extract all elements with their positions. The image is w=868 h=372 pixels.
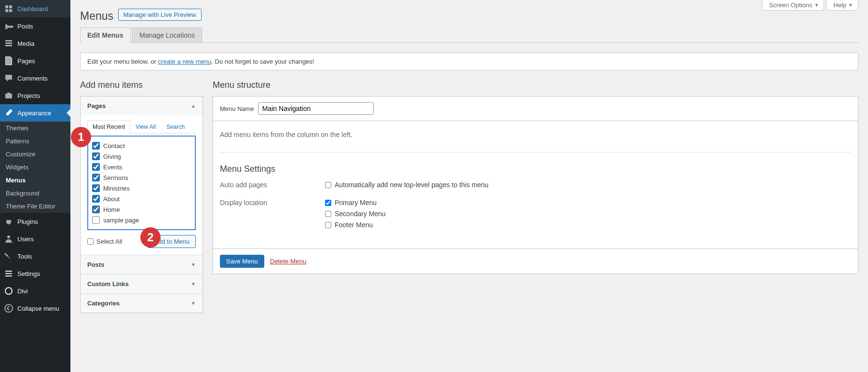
media-icon	[4, 39, 14, 48]
main-content: Screen Options▼ Help▼ Menus Manage with …	[70, 0, 868, 372]
plug-icon	[4, 217, 14, 226]
triangle-down-icon: ▼	[191, 262, 196, 267]
admin-sidebar: DashboardPostsMediaPagesCommentsProjects…	[0, 0, 70, 372]
sidebar-item-divi[interactable]: Divi	[0, 282, 70, 300]
display-location-label: Display location	[220, 199, 325, 232]
page-checkbox[interactable]	[92, 184, 100, 192]
page-checkbox[interactable]	[92, 206, 100, 213]
collapse-icon	[4, 303, 14, 313]
edit-notice: Edit your menu below, or create a new me…	[80, 53, 858, 70]
circle-icon	[4, 286, 14, 296]
page-checkbox[interactable]	[92, 174, 100, 181]
auto-add-checkbox[interactable]: Automatically add new top-level pages to…	[325, 181, 488, 189]
triangle-down-icon: ▼	[191, 301, 196, 306]
wrench-icon	[4, 251, 14, 261]
submenu-widgets[interactable]: Widgets	[0, 161, 70, 174]
accordion-pages[interactable]: Pages▲	[81, 96, 203, 115]
pin-icon	[4, 21, 14, 31]
menu-settings-heading: Menu Settings	[220, 152, 851, 174]
sidebar-item-pages[interactable]: Pages	[0, 52, 70, 69]
add-items-heading: Add menu items	[80, 80, 203, 90]
empty-menu-placeholder: Add menu items from the column on the le…	[220, 131, 851, 138]
page-icon	[4, 56, 14, 66]
page-item[interactable]: About	[92, 193, 191, 204]
sidebar-item-comments[interactable]: Comments	[0, 69, 70, 87]
sidebar-item-plugins[interactable]: Plugins	[0, 213, 70, 230]
page-checkbox[interactable]	[92, 163, 100, 171]
page-item[interactable]: Home	[92, 204, 191, 215]
submenu-themes[interactable]: Themes	[0, 122, 70, 135]
dashboard-icon	[4, 4, 14, 14]
sidebar-item-dashboard[interactable]: Dashboard	[0, 0, 70, 17]
auto-add-label: Auto add pages	[220, 181, 325, 192]
structure-heading: Menu structure	[213, 80, 858, 90]
triangle-up-icon: ▲	[191, 103, 196, 109]
page-checkbox[interactable]	[92, 216, 100, 224]
sidebar-item-posts[interactable]: Posts	[0, 17, 70, 35]
help-button[interactable]: Help▼	[826, 0, 858, 11]
page-item[interactable]: Events	[92, 162, 191, 172]
create-menu-link[interactable]: create a new menu	[158, 58, 212, 65]
delete-menu-link[interactable]: Delete Menu	[270, 258, 307, 265]
screen-options-button[interactable]: Screen Options▼	[762, 0, 825, 11]
portfolio-icon	[4, 91, 14, 100]
pages-list-highlighted: ContactGivingEventsSermonsMinistriesAbou…	[87, 136, 196, 230]
triangle-down-icon: ▼	[191, 281, 196, 287]
page-checkbox[interactable]	[92, 142, 100, 150]
tab-manage-locations[interactable]: Manage Locations	[132, 28, 202, 42]
menu-item-sources: Pages▲ 1 Most RecentView AllSearch Conta…	[80, 96, 203, 313]
sliders-icon	[4, 269, 14, 278]
appearance-submenu: ThemesPatternsCustomizeWidgetsMenusBackg…	[0, 122, 70, 213]
accordion-custom-links[interactable]: Custom Links▼	[81, 275, 203, 293]
chevron-down-icon: ▼	[814, 2, 819, 8]
svg-point-5	[5, 304, 13, 312]
submenu-theme-file-editor[interactable]: Theme File Editor	[0, 200, 70, 213]
sidebar-item-projects[interactable]: Projects	[0, 87, 70, 104]
accordion-posts[interactable]: Posts▼	[81, 255, 203, 274]
page-item[interactable]: Sermons	[92, 172, 191, 183]
sidebar-item-users[interactable]: Users	[0, 230, 70, 248]
chevron-down-icon: ▼	[848, 2, 853, 8]
sidebar-item-media[interactable]: Media	[0, 35, 70, 52]
menu-name-label: Menu Name	[220, 105, 254, 112]
sidebar-item-settings[interactable]: Settings	[0, 265, 70, 282]
sidebar-item-appearance[interactable]: Appearance	[0, 104, 70, 122]
menu-tabs: Edit Menus Manage Locations	[80, 28, 858, 43]
page-checkbox[interactable]	[92, 152, 100, 160]
save-menu-button[interactable]: Save Menu	[220, 255, 264, 268]
collapse-menu[interactable]: Collapse menu	[0, 300, 70, 317]
accordion-categories[interactable]: Categories▼	[81, 294, 203, 313]
page-item[interactable]: Contact	[92, 140, 191, 151]
svg-point-2	[10, 273, 12, 275]
location-primary-menu[interactable]: Primary Menu	[325, 199, 386, 207]
svg-point-3	[7, 275, 9, 277]
submenu-background[interactable]: Background	[0, 187, 70, 200]
menu-structure-panel: Menu Name Add menu items from the column…	[213, 96, 858, 274]
page-checkbox[interactable]	[92, 195, 100, 203]
submenu-customize[interactable]: Customize	[0, 148, 70, 161]
inner-tab-view-all[interactable]: View All	[130, 120, 161, 133]
page-item[interactable]: Giving	[92, 151, 191, 162]
location-secondary-menu[interactable]: Secondary Menu	[325, 210, 386, 218]
svg-point-4	[5, 288, 12, 294]
sidebar-item-tools[interactable]: Tools	[0, 248, 70, 265]
inner-tab-search[interactable]: Search	[161, 120, 190, 133]
svg-point-1	[6, 270, 8, 272]
inner-tab-most-recent[interactable]: Most Recent	[87, 120, 130, 134]
svg-point-0	[7, 235, 10, 238]
annotation-2: 2	[140, 227, 161, 248]
submenu-patterns[interactable]: Patterns	[0, 135, 70, 148]
manage-live-preview-button[interactable]: Manage with Live Preview	[118, 9, 202, 21]
brush-icon	[4, 108, 14, 118]
page-item[interactable]: Ministries	[92, 183, 191, 193]
annotation-1: 1	[71, 127, 91, 147]
page-title: Menus	[80, 10, 113, 23]
page-item[interactable]: sample page	[92, 215, 191, 225]
submenu-menus[interactable]: Menus	[0, 174, 70, 187]
collapse-label: Collapse menu	[17, 305, 59, 312]
select-all-checkbox[interactable]: Select All	[87, 238, 122, 245]
menu-name-input[interactable]	[258, 102, 374, 115]
location-footer-menu[interactable]: Footer Menu	[325, 221, 386, 229]
tab-edit-menus[interactable]: Edit Menus	[80, 28, 131, 43]
user-icon	[4, 234, 14, 244]
